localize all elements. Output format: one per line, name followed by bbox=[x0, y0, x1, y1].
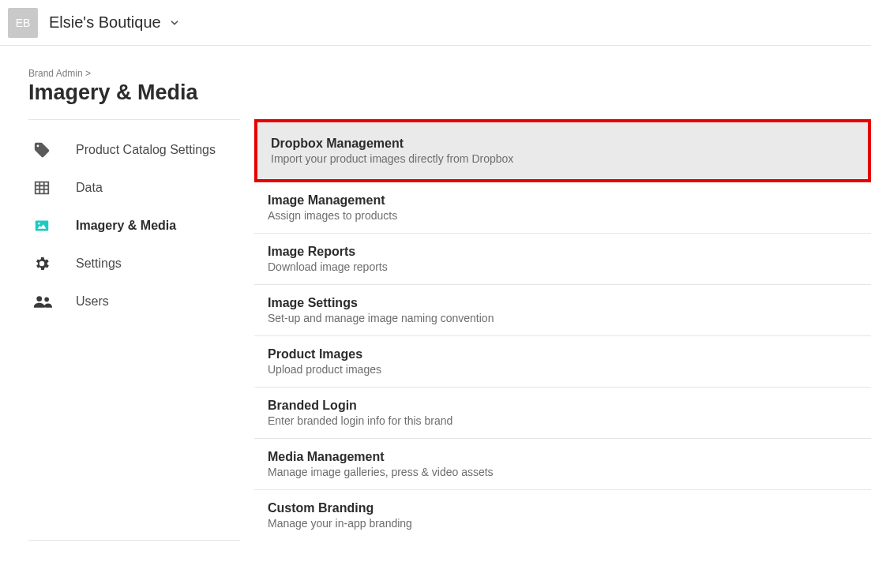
list-item-desc: Set-up and manage image naming conventio… bbox=[268, 312, 871, 324]
sidebar-item-data[interactable]: Data bbox=[28, 169, 240, 207]
sidebar-item-label: Users bbox=[76, 294, 109, 309]
sidebar-item-product-catalog[interactable]: Product Catalog Settings bbox=[28, 131, 240, 169]
list-item-title: Image Settings bbox=[268, 296, 871, 310]
list-item-desc: Manage image galleries, press & video as… bbox=[268, 466, 871, 478]
sidebar-item-label: Settings bbox=[76, 257, 122, 271]
list-item-dropbox-management[interactable]: Dropbox Management Import your product i… bbox=[254, 119, 871, 182]
list-item-title: Dropbox Management bbox=[271, 137, 868, 151]
sidebar-item-imagery-media[interactable]: Imagery & Media bbox=[28, 207, 240, 245]
list-item-desc: Download image reports bbox=[268, 260, 871, 273]
sidebar-item-settings[interactable]: Settings bbox=[28, 245, 240, 283]
list-item-title: Custom Branding bbox=[268, 501, 871, 515]
page-title: Imagery & Media bbox=[28, 81, 871, 105]
list-item-image-reports[interactable]: Image Reports Download image reports bbox=[254, 234, 871, 285]
topbar: EB Elsie's Boutique bbox=[0, 0, 871, 46]
gear-icon bbox=[28, 255, 76, 272]
content-area: Brand Admin > Imagery & Media Product Ca… bbox=[0, 46, 871, 541]
main-list: Dropbox Management Import your product i… bbox=[240, 119, 871, 541]
brand-name[interactable]: Elsie's Boutique bbox=[49, 13, 161, 32]
layout: Product Catalog Settings Data Imagery & … bbox=[28, 119, 871, 541]
brand-badge: EB bbox=[8, 8, 38, 38]
users-icon bbox=[28, 293, 76, 310]
list-item-title: Product Images bbox=[268, 347, 871, 361]
list-item-custom-branding[interactable]: Custom Branding Manage your in-app brand… bbox=[254, 490, 871, 541]
svg-rect-0 bbox=[36, 221, 49, 231]
list-item-image-management[interactable]: Image Management Assign images to produc… bbox=[254, 182, 871, 234]
breadcrumb[interactable]: Brand Admin > bbox=[28, 68, 871, 79]
list-item-desc: Upload product images bbox=[268, 363, 871, 376]
list-item-desc: Import your product images directly from… bbox=[271, 152, 868, 165]
svg-point-3 bbox=[44, 298, 49, 302]
list-item-desc: Enter branded login info for this brand bbox=[268, 414, 871, 427]
list-item-branded-login[interactable]: Branded Login Enter branded login info f… bbox=[254, 388, 871, 439]
list-item-media-management[interactable]: Media Management Manage image galleries,… bbox=[254, 439, 871, 490]
chevron-down-icon[interactable] bbox=[169, 17, 180, 28]
list-item-desc: Manage your in-app branding bbox=[268, 517, 871, 530]
image-icon bbox=[28, 217, 76, 234]
tag-icon bbox=[28, 141, 76, 159]
sidebar-item-label: Data bbox=[76, 181, 103, 195]
list-item-title: Media Management bbox=[268, 450, 871, 464]
sidebar-item-label: Imagery & Media bbox=[76, 219, 176, 233]
svg-point-2 bbox=[36, 296, 42, 301]
sidebar: Product Catalog Settings Data Imagery & … bbox=[28, 119, 240, 541]
sidebar-item-label: Product Catalog Settings bbox=[76, 143, 216, 157]
list-item-title: Image Management bbox=[268, 193, 871, 208]
list-item-desc: Assign images to products bbox=[268, 209, 871, 222]
list-item-title: Branded Login bbox=[268, 399, 871, 413]
list-item-image-settings[interactable]: Image Settings Set-up and manage image n… bbox=[254, 285, 871, 336]
svg-point-1 bbox=[38, 223, 39, 224]
grid-icon bbox=[28, 179, 76, 197]
list-item-product-images[interactable]: Product Images Upload product images bbox=[254, 336, 871, 388]
sidebar-item-users[interactable]: Users bbox=[28, 283, 240, 320]
list-item-title: Image Reports bbox=[268, 245, 871, 259]
